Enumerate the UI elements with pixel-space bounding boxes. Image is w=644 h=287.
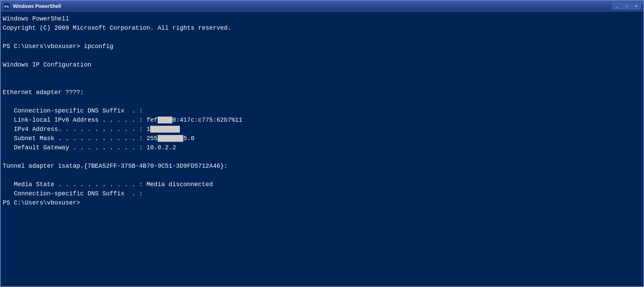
line-win-ip: Windows IP Configuration — [3, 60, 641, 70]
line-blank7 — [3, 171, 641, 180]
line-blank4 — [3, 79, 641, 88]
line-gateway: Default Gateway . . . . . . . . . : 10.0… — [3, 143, 641, 152]
line-blank5 — [3, 97, 641, 106]
line-blank3 — [3, 70, 641, 79]
window-title: Windows PowerShell — [13, 3, 61, 9]
line-header2: Copyright (C) 2009 Microsoft Corporation… — [3, 24, 641, 33]
line-eth-header: Ethernet adapter ????: — [3, 88, 641, 97]
line-tunnel-dns: Connection-specific DNS Suffix . : — [3, 189, 641, 198]
title-bar: PS Windows PowerShell _ □ ✕ — [1, 1, 643, 12]
line-header1: Windows PowerShell — [3, 14, 641, 24]
line-prompt2: PS C:\Users\vboxuser> — [3, 198, 641, 208]
line-blank6 — [3, 152, 641, 162]
line-blank1 — [3, 33, 641, 42]
svg-text:PS: PS — [4, 5, 9, 9]
line-blank2 — [3, 51, 641, 60]
line-ipv4: IPv4 Address. . . . . . . . . . . : 10.0… — [3, 125, 641, 134]
line-prompt1: PS C:\Users\vboxuser> ipconfig — [3, 42, 641, 51]
line-dns-suffix: Connection-specific DNS Suffix . : — [3, 106, 641, 116]
close-button[interactable]: ✕ — [632, 3, 641, 10]
powershell-icon: PS — [3, 3, 10, 10]
window-controls: _ □ ✕ — [613, 3, 641, 10]
line-subnet: Subnet Mask . . . . . . . . . . . : 255.… — [3, 134, 641, 143]
line-tunnel-header: Tunnel adapter isatap.{7BEA52FF-375B-4B7… — [3, 162, 641, 171]
line-ipv6: Link-local IPv6 Address . . . . . : fef8… — [3, 116, 641, 125]
minimize-button[interactable]: _ — [613, 3, 621, 10]
powershell-window: PS Windows PowerShell _ □ ✕ Windows Powe… — [0, 0, 644, 287]
terminal-output[interactable]: Windows PowerShell Copyright (C) 2009 Mi… — [1, 12, 643, 286]
maximize-button[interactable]: □ — [622, 3, 631, 10]
line-media-state: Media State . . . . . . . . . . . : Medi… — [3, 180, 641, 189]
